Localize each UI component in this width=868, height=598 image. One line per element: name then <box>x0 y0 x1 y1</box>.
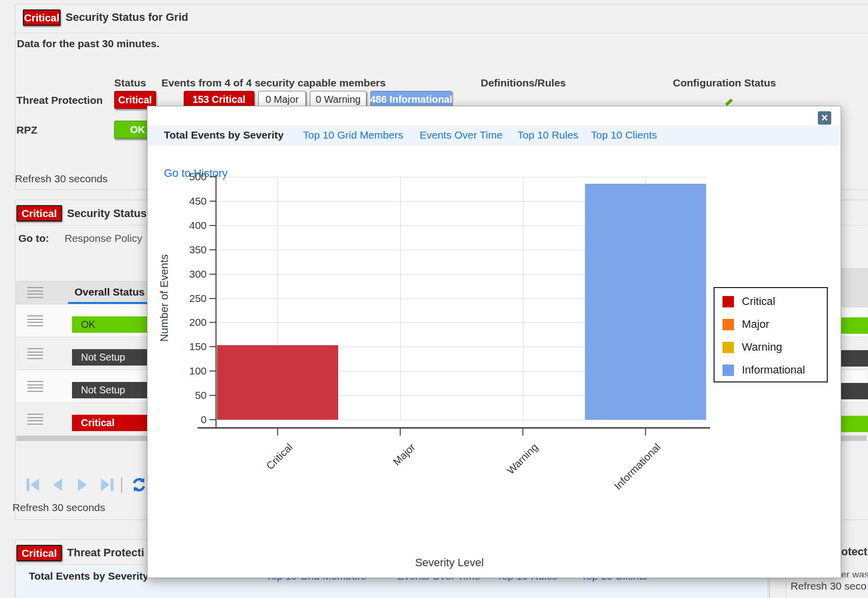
row-drag-handle[interactable] <box>27 381 43 392</box>
security-dashboard: Critical Security Status for Grid Data f… <box>0 0 868 598</box>
column-header-0: Status <box>114 77 146 89</box>
y-tick <box>210 346 216 347</box>
gridline <box>216 177 707 177</box>
right-panel-title-fragment: otecti <box>841 545 868 558</box>
threat-panel-severity-badge: Critical <box>16 545 62 561</box>
status-panel-severity-badge: Critical <box>16 205 62 222</box>
gridline <box>400 177 401 420</box>
y-tick <box>210 225 216 226</box>
y-tick-label: 400 <box>177 220 207 231</box>
table-header-overall-status[interactable]: Overall Status <box>74 286 145 298</box>
last-page-button[interactable] <box>98 476 116 494</box>
y-axis-line <box>216 175 217 428</box>
y-tick <box>210 201 216 202</box>
goto-response-policy-link[interactable]: Response Policy <box>65 232 142 244</box>
x-axis-line <box>198 427 710 429</box>
right-table-header-fragment <box>841 268 868 307</box>
y-tick-label: 350 <box>177 244 207 256</box>
modal-tab-0[interactable]: Top 10 Grid Members <box>303 129 403 141</box>
gridline <box>216 420 707 420</box>
grid-panel-severity-badge: Critical <box>23 9 61 26</box>
row-label-rpz: RPZ <box>16 124 37 136</box>
row-drag-handle[interactable] <box>27 348 43 359</box>
y-tick <box>210 274 216 275</box>
modal-tab-1[interactable]: Events Over Time <box>420 129 503 141</box>
status-panel-title: Security Status <box>67 207 146 220</box>
right-panel-refresh-fragment: Refresh 30 seco <box>791 580 867 592</box>
chart-ylabel: Number of Events <box>158 243 173 353</box>
y-tick-label: 100 <box>177 365 207 377</box>
goto-label: Go to: <box>18 232 49 244</box>
y-tick-label: 0 <box>177 414 207 426</box>
column-header-2: Definitions/Rules <box>481 77 566 89</box>
column-header-3: Configuration Status <box>673 77 776 89</box>
grid-panel-refresh-note: Refresh 30 seconds <box>15 173 108 185</box>
modal-close-button[interactable]: × <box>818 111 831 125</box>
right-status-badge-fragment <box>841 383 868 399</box>
next-page-button[interactable] <box>73 476 91 494</box>
right-status-badge-fragment <box>841 350 868 367</box>
pagination-separator <box>121 478 122 493</box>
y-tick <box>210 419 216 420</box>
legend-label: Critical <box>742 295 775 308</box>
legend-swatch <box>723 365 734 376</box>
x-tick <box>522 428 523 436</box>
legend-label: Warning <box>742 341 782 354</box>
right-panel-divider <box>769 577 770 598</box>
x-tick <box>645 428 646 436</box>
y-tick-label: 300 <box>177 268 207 280</box>
legend-swatch <box>723 296 734 307</box>
y-tick-label: 150 <box>177 341 207 353</box>
x-tick <box>277 428 278 436</box>
threat-tab-total-events[interactable]: Total Events by Severity <box>29 570 148 582</box>
right-status-badge-fragment <box>841 416 868 432</box>
row-drag-handle[interactable] <box>27 315 43 326</box>
legend-item-warning: Warning <box>723 341 782 354</box>
y-tick-label: 500 <box>177 171 207 183</box>
legend-item-major: Major <box>723 318 769 331</box>
legend-item-informational: Informational <box>723 364 805 376</box>
y-tick-label: 250 <box>177 293 207 304</box>
refresh-button[interactable] <box>130 476 148 494</box>
grid-panel-subtitle: Data for the past 30 minutes. <box>17 38 159 50</box>
divider <box>15 33 868 33</box>
y-tick-label: 50 <box>177 389 207 401</box>
y-tick <box>210 249 216 250</box>
y-tick-label: 450 <box>177 195 207 207</box>
y-tick <box>210 298 216 299</box>
modal-tab-2[interactable]: Top 10 Rules <box>517 129 579 141</box>
chart-legend: Critical Major Warning Informational <box>714 287 828 382</box>
row-label-threat-protection: Threat Protection <box>16 94 103 106</box>
legend-item-critical: Critical <box>723 295 775 308</box>
status-panel-refresh-note: Refresh 30 seconds <box>12 502 105 514</box>
legend-swatch <box>723 319 734 330</box>
first-page-button[interactable] <box>24 476 42 494</box>
chart-xlabel: Severity Level <box>395 556 504 571</box>
y-tick <box>210 371 216 372</box>
grid-panel-title: Security Status for Grid <box>66 11 188 24</box>
y-tick-label: 200 <box>177 316 207 328</box>
modal-tab-3[interactable]: Top 10 Clients <box>591 129 657 141</box>
threat-panel-title: Threat Protecti <box>67 546 144 559</box>
x-tick <box>400 428 401 436</box>
legend-label: Informational <box>742 364 805 376</box>
row-drag-handle[interactable] <box>27 414 43 425</box>
bar-critical[interactable] <box>217 345 338 420</box>
previous-page-button[interactable] <box>49 476 67 494</box>
bar-informational[interactable] <box>585 184 706 420</box>
legend-label: Major <box>742 318 769 331</box>
table-header-menu-icon[interactable] <box>27 287 43 298</box>
y-tick <box>210 176 216 177</box>
column-header-1: Events from 4 of 4 security capable memb… <box>161 77 386 89</box>
right-status-badge-fragment <box>841 317 868 334</box>
y-tick <box>210 322 216 323</box>
legend-swatch <box>723 342 734 353</box>
modal-tab-total-events[interactable]: Total Events by Severity <box>164 129 284 141</box>
y-tick <box>210 395 216 396</box>
gridline <box>523 177 523 420</box>
